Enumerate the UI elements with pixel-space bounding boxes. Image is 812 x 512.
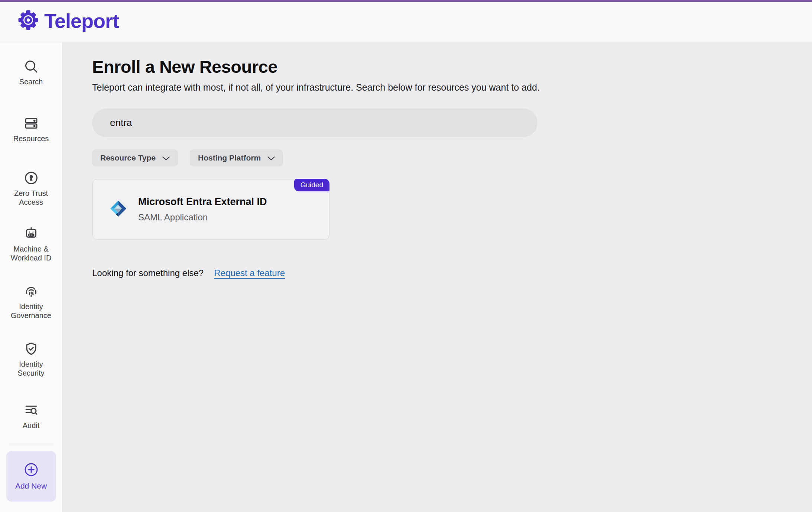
result-card-texts: Microsoft Entra External ID SAML Applica… [138,196,267,223]
feature-request-prompt: Looking for something else? [92,268,204,278]
teleport-wordmark: Teleport [44,9,119,32]
page-title: Enroll a New Resource [92,56,797,77]
sidebar-item-identity-governance[interactable]: Identity Governance [3,284,59,320]
sidebar-item-label: Machine & Workload ID [7,244,56,262]
sidebar: Search Resources Zero Trust Access [0,42,62,512]
sidebar-item-identity-security[interactable]: Identity Security [3,341,59,377]
sidebar-divider [9,444,53,444]
shield-check-icon [24,341,39,356]
sidebar-item-audit[interactable]: Audit [3,403,59,430]
request-a-feature-link[interactable]: Request a feature [214,268,285,278]
microsoft-entra-icon [109,200,127,219]
resource-type-filter-label: Resource Type [100,153,156,162]
resource-search-field [92,108,537,137]
teleport-logo[interactable]: Teleport [17,9,119,32]
feature-request-row: Looking for something else? Request a fe… [92,268,797,278]
robot-icon [24,226,39,241]
chevron-down-icon [267,153,275,162]
add-new-button[interactable]: Add New [6,451,56,502]
page-subtitle: Teleport can integrate with most, if not… [92,82,797,93]
app-header: Teleport [0,0,812,42]
fingerprint-icon [24,284,39,299]
main-content: Enroll a New Resource Teleport can integ… [62,42,812,512]
hosting-platform-filter-label: Hosting Platform [198,153,261,162]
keyhole-circle-icon [24,171,39,185]
sidebar-item-label: Resources [7,134,56,143]
search-icon [24,59,39,74]
filter-bar: Resource Type Hosting Platform [92,149,797,166]
guided-badge: Guided [294,179,329,191]
sidebar-item-label: Identity Security [7,360,56,377]
resource-result-card[interactable]: Guided Microsoft Entra External ID SAML … [92,179,329,240]
audit-log-search-icon [24,403,39,418]
sidebar-item-zero-trust-access[interactable]: Zero Trust Access [3,171,59,207]
servers-icon [24,116,39,131]
teleport-gear-icon [17,9,39,32]
sidebar-item-label: Identity Governance [7,302,56,320]
sidebar-item-label: Zero Trust Access [7,189,56,207]
chevron-down-icon [162,153,170,162]
sidebar-item-resources[interactable]: Resources [3,116,59,143]
sidebar-item-label: Audit [7,421,56,430]
top-accent-stripe [0,0,812,2]
sidebar-item-search[interactable]: Search [3,59,59,86]
hosting-platform-filter-button[interactable]: Hosting Platform [190,149,283,166]
plus-circle-icon [24,462,39,477]
sidebar-item-label: Search [7,77,56,86]
sidebar-item-machine-workload-id[interactable]: Machine & Workload ID [3,226,59,262]
result-card-title: Microsoft Entra External ID [138,196,267,208]
result-card-subtitle: SAML Application [138,212,267,223]
resource-type-filter-button[interactable]: Resource Type [92,149,178,166]
resource-search-input[interactable] [92,108,537,137]
add-new-label: Add New [15,482,47,490]
